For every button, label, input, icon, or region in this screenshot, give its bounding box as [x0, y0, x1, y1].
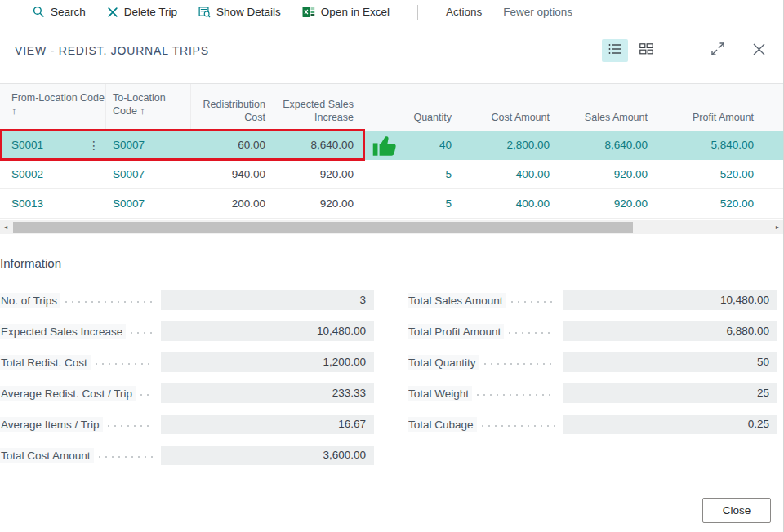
close-icon [751, 42, 767, 60]
column-header-sales-amount[interactable]: Sales Amount [557, 111, 655, 131]
show-details-button[interactable]: Show Details [198, 6, 281, 18]
from-location-link[interactable]: S0013 [11, 197, 43, 210]
field-label: Expected Sales Increase [0, 324, 126, 339]
close-button[interactable]: Close [702, 498, 771, 523]
toolbar: Search Delete Trip Show Details Open in … [0, 0, 783, 24]
cost-amount-link[interactable]: 2,800.00 [506, 139, 550, 151]
quantity-link[interactable]: 5 [445, 168, 452, 180]
search-button[interactable]: Search [33, 6, 86, 18]
delete-trip-button[interactable]: Delete Trip [107, 6, 177, 18]
delete-icon [107, 7, 118, 18]
close-dialog-button[interactable] [747, 39, 770, 62]
excel-icon [302, 6, 315, 18]
field-total-sales-amount: Total Sales Amount 10,480.00 [408, 290, 777, 310]
profit-amount-link[interactable]: 520.00 [720, 168, 754, 180]
quantity-link[interactable]: 5 [445, 197, 452, 210]
cost-amount-link[interactable]: 400.00 [516, 197, 550, 210]
cost-amount-link[interactable]: 400.00 [516, 168, 550, 180]
field-label: No. of Trips [0, 293, 60, 308]
dotted-leader [99, 456, 153, 458]
column-header-profit-amount[interactable]: Profit Amount [655, 111, 761, 131]
list-view-icon [608, 43, 622, 58]
redistribution-cost-value: 940.00 [191, 168, 273, 180]
dotted-leader [140, 394, 153, 396]
dotted-leader [108, 425, 153, 427]
dotted-leader [477, 394, 555, 396]
scroll-left-arrow[interactable]: ◄ [0, 220, 11, 234]
thumbs-up-icon [372, 134, 399, 157]
field-label: Total Sales Amount [408, 293, 506, 308]
row-more-icon[interactable]: ⋮ [88, 140, 100, 151]
column-header-expected-sales-increase[interactable]: Expected Sales Increase [273, 98, 361, 131]
field-value: 3,600.00 [161, 446, 374, 465]
info-left-column: No. of Trips 3 Expected Sales Increase 1… [0, 290, 374, 477]
dotted-leader [482, 425, 555, 427]
to-location-link[interactable]: S0007 [113, 168, 145, 180]
page-title: VIEW - REDIST. JOURNAL TRIPS [15, 44, 209, 57]
open-in-excel-button[interactable]: Open in Excel [302, 6, 390, 18]
table-row[interactable]: S0002 S0007 940.00 920.00 5 400.00 920.0… [0, 160, 783, 189]
to-location-link[interactable]: S0007 [113, 139, 145, 151]
field-value: 25 [564, 383, 777, 403]
expand-dialog-button[interactable] [706, 39, 729, 62]
dotted-leader [511, 301, 555, 303]
header-icons [602, 39, 770, 62]
column-header-quantity[interactable]: Quantity [409, 111, 459, 131]
expected-sales-increase-value: 8,640.00 [273, 139, 361, 151]
field-total-quantity: Total Quantity 50 [408, 352, 777, 372]
dotted-leader [65, 301, 153, 303]
from-location-link[interactable]: S0002 [11, 168, 43, 180]
field-value: 16.67 [161, 415, 374, 434]
dotted-leader [484, 363, 555, 365]
to-location-link[interactable]: S0007 [113, 197, 145, 210]
table-row[interactable]: S0013 S0007 200.00 920.00 5 400.00 920.0… [0, 189, 783, 219]
show-details-label: Show Details [216, 6, 281, 18]
from-location-link[interactable]: S0001 [11, 139, 43, 151]
sales-amount-link[interactable]: 920.00 [614, 168, 648, 180]
tile-view-icon [639, 43, 653, 58]
column-header-from-location[interactable]: From-Location Code ↑ [0, 84, 106, 131]
expected-sales-increase-value: 920.00 [273, 168, 361, 180]
field-average-items-trip: Average Items / Trip 16.67 [0, 415, 374, 434]
expand-icon [710, 41, 726, 60]
field-total-profit-amount: Total Profit Amount 6,880.00 [408, 321, 777, 341]
redistribution-cost-value: 200.00 [191, 197, 273, 210]
grid-header-row: From-Location Code ↑ To-Location Code ↑ … [0, 83, 783, 131]
table-row[interactable]: S0001 ⋮ S0007 60.00 8,640.00 40 2,800.00… [0, 131, 783, 160]
fewer-options-button[interactable]: Fewer options [503, 6, 572, 18]
field-total-weight: Total Weight 25 [408, 383, 777, 403]
scroll-right-arrow[interactable]: ► [772, 220, 783, 234]
information-section-title: Information [0, 256, 783, 270]
horizontal-scrollbar[interactable]: ◄ ► [0, 220, 783, 234]
search-label: Search [51, 6, 86, 18]
list-view-button[interactable] [602, 39, 628, 62]
tile-view-button[interactable] [633, 39, 659, 62]
dialog-header: VIEW - REDIST. JOURNAL TRIPS [0, 24, 783, 77]
scrollbar-thumb[interactable] [13, 222, 633, 233]
field-total-redist-cost: Total Redist. Cost 1,200.00 [0, 352, 374, 372]
dotted-leader [96, 363, 153, 365]
quantity-link[interactable]: 40 [439, 139, 452, 151]
field-total-cost-amount: Total Cost Amount 3,600.00 [0, 446, 374, 465]
field-value: 50 [564, 352, 777, 372]
search-icon [33, 6, 45, 18]
sales-amount-link[interactable]: 8,640.00 [604, 139, 648, 151]
column-header-to-location[interactable]: To-Location Code ↑ [106, 84, 191, 131]
field-value: 1,200.00 [161, 352, 374, 372]
info-right-column: Total Sales Amount 10,480.00 Total Profi… [408, 290, 777, 477]
field-label: Total Quantity [408, 355, 479, 370]
column-header-redistribution-cost[interactable]: Redistribution Cost [191, 98, 273, 131]
profit-amount-link[interactable]: 5,840.00 [710, 139, 754, 151]
column-header-cost-amount[interactable]: Cost Amount [459, 111, 557, 131]
field-label: Average Items / Trip [0, 417, 103, 432]
open-in-excel-label: Open in Excel [321, 6, 390, 18]
profit-amount-link[interactable]: 520.00 [720, 197, 754, 210]
expected-sales-increase-value: 920.00 [273, 197, 361, 210]
field-expected-sales-increase: Expected Sales Increase 10,480.00 [0, 321, 374, 341]
sales-amount-link[interactable]: 920.00 [614, 197, 648, 210]
dotted-leader [131, 332, 153, 334]
show-details-icon [198, 6, 211, 18]
actions-menu[interactable]: Actions [446, 6, 482, 18]
field-label: Total Cubage [408, 417, 477, 432]
delete-trip-label: Delete Trip [124, 6, 177, 18]
